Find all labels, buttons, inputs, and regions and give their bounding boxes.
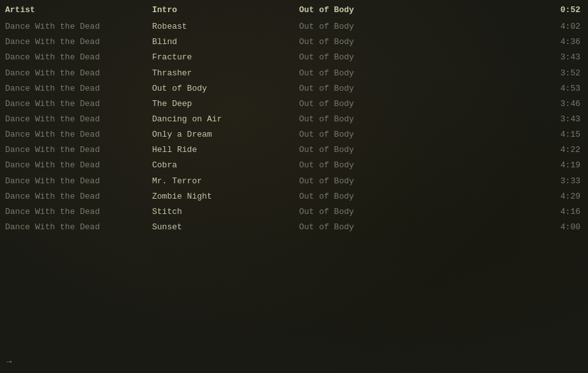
table-row[interactable]: Dance With the DeadThe DeepOut of Body3:… [0,96,588,112]
table-row[interactable]: Dance With the DeadZombie NightOut of Bo… [0,189,588,204]
track-duration: 3:33 [440,175,580,188]
table-row[interactable]: Dance With the DeadRobeastOut of Body4:0… [0,19,588,34]
track-title: Hell Ride [152,144,299,156]
track-album: Out of Body [299,144,440,156]
header-duration: 0:52 [440,4,580,17]
track-album: Out of Body [299,190,440,203]
table-row[interactable]: Dance With the DeadOut of BodyOut of Bod… [0,81,588,96]
track-duration: 4:53 [440,82,580,95]
track-artist: Dance With the Dead [5,175,152,188]
track-album: Out of Body [299,113,440,126]
table-row[interactable]: Dance With the DeadBlindOut of Body4:36 [0,34,588,50]
track-artist: Dance With the Dead [5,128,152,141]
table-row[interactable]: Dance With the DeadCobraOut of Body4:19 [0,158,588,173]
track-duration: 4:15 [440,128,580,141]
header-artist: Artist [5,4,152,17]
track-artist: Dance With the Dead [5,221,152,234]
track-title: Stitch [152,206,299,218]
track-artist: Dance With the Dead [5,190,152,203]
arrow-indicator: → [6,356,12,367]
track-duration: 3:46 [440,98,580,110]
track-album: Out of Body [299,175,440,188]
track-album: Out of Body [299,206,440,218]
track-title: Zombie Night [152,190,299,203]
track-artist: Dance With the Dead [5,144,152,156]
track-title: Out of Body [152,82,299,95]
table-row[interactable]: Dance With the DeadSunsetOut of Body4:00 [0,220,588,235]
track-title: Fracture [152,51,299,64]
table-row[interactable]: Dance With the DeadThrasherOut of Body3:… [0,66,588,81]
track-duration: 3:43 [440,51,580,64]
track-duration: 4:02 [440,20,580,33]
track-title: Mr. Terror [152,175,299,188]
track-title: Thrasher [152,67,299,80]
track-album: Out of Body [299,221,440,234]
track-duration: 4:22 [440,144,580,156]
header-title: Intro [152,4,299,17]
track-album: Out of Body [299,128,440,141]
track-title: Robeast [152,20,299,33]
table-row[interactable]: Dance With the DeadOnly a DreamOut of Bo… [0,127,588,142]
track-album: Out of Body [299,67,440,80]
track-duration: 4:19 [440,159,580,172]
table-row[interactable]: Dance With the DeadDancing on AirOut of … [0,112,588,127]
track-album: Out of Body [299,159,440,172]
track-album: Out of Body [299,20,440,33]
track-title: Dancing on Air [152,113,299,126]
track-list: Artist Intro Out of Body 0:52 Dance With… [0,0,588,238]
table-row[interactable]: Dance With the DeadFractureOut of Body3:… [0,50,588,65]
track-duration: 4:16 [440,206,580,218]
track-duration: 3:43 [440,113,580,126]
track-title: Only a Dream [152,128,299,141]
track-title: Cobra [152,159,299,172]
track-artist: Dance With the Dead [5,67,152,80]
track-duration: 4:29 [440,190,580,203]
track-album: Out of Body [299,36,440,49]
track-album: Out of Body [299,82,440,95]
table-row[interactable]: Dance With the DeadHell RideOut of Body4… [0,142,588,158]
track-artist: Dance With the Dead [5,82,152,95]
track-artist: Dance With the Dead [5,51,152,64]
track-artist: Dance With the Dead [5,113,152,126]
track-artist: Dance With the Dead [5,98,152,110]
track-duration: 3:52 [440,67,580,80]
header-album: Out of Body [299,4,440,17]
track-artist: Dance With the Dead [5,20,152,33]
track-duration: 4:00 [440,221,580,234]
track-album: Out of Body [299,98,440,110]
track-artist: Dance With the Dead [5,36,152,49]
track-title: The Deep [152,98,299,110]
table-header: Artist Intro Out of Body 0:52 [0,3,588,18]
track-title: Blind [152,36,299,49]
track-artist: Dance With the Dead [5,206,152,218]
table-row[interactable]: Dance With the DeadStitchOut of Body4:16 [0,204,588,220]
track-artist: Dance With the Dead [5,159,152,172]
table-row[interactable]: Dance With the DeadMr. TerrorOut of Body… [0,174,588,189]
track-album: Out of Body [299,51,440,64]
track-duration: 4:36 [440,36,580,49]
track-title: Sunset [152,221,299,234]
